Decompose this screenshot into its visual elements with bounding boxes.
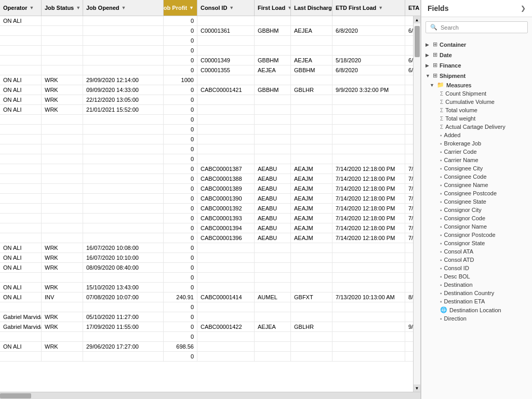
tree-leaf-consignor-name[interactable]: ▪Consignor Name [425,222,532,231]
tree-leaf-desc-bol[interactable]: ▪Desc BOL [425,272,532,281]
table-row[interactable]: ON ALIINV07/08/2020 10:07:00240.91CABC00… [0,292,413,302]
vertical-scrollbar[interactable]: ▲ ▼ [413,16,420,392]
table-row[interactable]: 0 [0,135,413,144]
table-row[interactable]: 0 [0,46,413,56]
tree-leaf-consignor-postcode[interactable]: ▪Consignor Postcode [425,231,532,239]
table-row[interactable]: ON ALIWRK29/06/2020 17:27:00698.56 [0,342,413,352]
table-row[interactable]: ON ALIWRK08/09/2020 08:40:000 [0,263,413,273]
sigma-icon: Σ [440,91,443,97]
tree-group-header-shipment[interactable]: ▼⊞Shipment [421,71,532,81]
tree-leaf-consignee-code[interactable]: ▪Consignee Code [425,172,532,181]
tree-subgroup-header[interactable]: ▼📁Measures [425,81,532,89]
tree-leaf-added[interactable]: ▪Added [425,131,532,139]
table-row[interactable]: Gabriel MarvidaWRK17/09/2020 11:55:000CA… [0,322,413,332]
tree-leaf-consignee-name[interactable]: ▪Consignee Name [425,181,532,189]
tree-leaf-consignor-code[interactable]: ▪Consignor Code [425,214,532,222]
horizontal-scrollbar[interactable] [0,392,420,400]
tree-leaf-consol-ata[interactable]: ▪Consol ATA [425,247,532,256]
col-header-job_opened[interactable]: Job Opened ▼ [83,0,164,16]
tree-leaf-count-shipment[interactable]: ΣCount Shipment [425,89,532,98]
table-row[interactable]: Gabriel MarvidaWRK05/10/2020 11:27:000 [0,312,413,322]
col-header-etd_first_load[interactable]: ETD First Load ▼ [332,0,405,16]
sigma-icon: Σ [440,124,443,130]
h-scroll-thumb[interactable] [0,393,31,398]
tree-leaf-direction[interactable]: ▪Direction [425,314,532,323]
tree-leaf-consignor-city[interactable]: ▪Consignor City [425,206,532,214]
filter-icon-operator[interactable]: ▼ [29,5,34,10]
tree-leaf-consol-id[interactable]: ▪Consol ID [425,264,532,272]
table-row[interactable]: 0 [0,154,413,164]
tree-leaf-consol-atd[interactable]: ▪Consol ATD [425,256,532,264]
table-row[interactable]: 0 [0,302,413,312]
cell-operator [0,135,42,144]
table-row[interactable]: ON ALIWRK21/01/2021 15:52:000 [0,105,413,115]
tree-leaf-total-volume[interactable]: ΣTotal volume [425,106,532,114]
tree-leaf-cumulative-volume[interactable]: ΣCumulative Volume [425,98,532,106]
table-row[interactable]: 0 [0,115,413,125]
tree-group-header-finance[interactable]: ▶⊞Finance [421,60,532,70]
tree-leaf-carrier-code[interactable]: ▪Carrier Code [425,148,532,156]
table-row[interactable]: 0 [0,36,413,46]
search-input[interactable] [441,24,523,31]
tree-group-header-container[interactable]: ▶⊞Container [421,39,532,49]
tree-leaf-consignee-postcode[interactable]: ▪Consignee Postcode [425,189,532,197]
table-row[interactable]: 0 [0,125,413,135]
table-row[interactable]: 0 [0,273,413,283]
scroll-up-button[interactable]: ▲ [414,16,421,23]
table-row[interactable]: 0CABC00001394AEABUAEAJM7/14/2020 12:18:0… [0,223,413,233]
col-header-consol_id[interactable]: Consol ID ▼ [197,0,255,16]
col-header-job_profit[interactable]: Job Profit ▼ [164,0,197,16]
filter-icon-job_status[interactable]: ▼ [76,5,81,10]
table-body[interactable]: ON ALI00C00001361GBBHMAEJEA6/8/20206/15/… [0,16,413,392]
table-row[interactable]: 0C00001361GBBHMAEJEA6/8/20206/15/2020 [0,26,413,36]
table-row[interactable]: 0 [0,332,413,342]
table-row[interactable]: 0CABC00001387AEABUAEAJM7/14/2020 12:18:0… [0,164,413,174]
tree-leaf-actual-cartage-delivery[interactable]: ΣActual Cartage Delivery [425,123,532,131]
filter-icon-etd_first_load[interactable]: ▼ [378,5,383,10]
tree-leaf-destination-eta[interactable]: ▪Destination ETA [425,297,532,305]
table-row[interactable]: 0CABC00001396AEABUAEAJM7/14/2020 12:18:0… [0,233,413,243]
table-row[interactable]: 0C00001355AEJEAGBBHM6/8/20206/9/2020 [0,65,413,75]
tree-leaf-destination[interactable]: ▪Destination [425,281,532,289]
table-row[interactable]: 0C00001349GBBHMAEJEA5/18/20206/2/2020 [0,56,413,65]
tree-leaf-consignor-state[interactable]: ▪Consignor State [425,239,532,247]
col-header-last_discharge[interactable]: Last Discharge ▼ [291,0,332,16]
scroll-down-button[interactable]: ▼ [414,384,421,392]
cell-etd_first_load [332,125,405,134]
table-row[interactable]: ON ALIWRK16/07/2020 10:10:000 [0,253,413,263]
col-header-job_status[interactable]: Job Status ▼ [42,0,83,16]
tree-leaf-carrier-name[interactable]: ▪Carrier Name [425,156,532,164]
tree-leaf-destination-location[interactable]: 🌐Destination Location [425,305,532,314]
table-row[interactable]: 0CABC00001392AEABUAEAJM7/14/2020 12:18:0… [0,204,413,214]
col-header-first_load[interactable]: First Load ▼ [255,0,291,16]
table-row[interactable]: ON ALI0 [0,16,413,26]
filter-icon-job_profit[interactable]: ▼ [189,5,194,10]
tree-leaf-consignee-state[interactable]: ▪Consignee State [425,197,532,206]
table-row[interactable]: ON ALIWRK22/12/2020 13:05:000 [0,95,413,105]
filter-icon-consol_id[interactable]: ▼ [229,5,234,10]
col-header-eta_last_discharge[interactable]: ETA Last Discharge ▼ [405,0,420,16]
table-row[interactable]: 0 [0,352,413,362]
table-row[interactable]: ON ALIWRK15/10/2020 13:43:000 [0,283,413,292]
cell-job_opened: 17/09/2020 11:55:00 [83,322,164,331]
table-row[interactable]: 0CABC00001393AEABUAEAJM7/14/2020 12:18:0… [0,214,413,223]
table-row[interactable]: ON ALIWRK29/09/2020 12:14:001000 [0,75,413,85]
scroll-track[interactable] [414,23,421,384]
filter-icon-job_opened[interactable]: ▼ [122,5,126,10]
table-row[interactable]: 0CABC00001389AEABUAEAJM7/14/2020 12:18:0… [0,184,413,194]
table-row[interactable]: ON ALIWRK16/07/2020 10:08:000 [0,243,413,253]
scroll-thumb[interactable] [415,26,420,57]
col-header-operator[interactable]: Operator ▼ [0,0,42,16]
table-row[interactable]: 0CABC00001388AEABUAEAJM7/14/2020 12:18:0… [0,174,413,184]
table-row[interactable]: 0 [0,144,413,154]
table-row[interactable]: ON ALIWRK09/09/2020 14:33:000CABC0000142… [0,85,413,95]
expand-icon[interactable]: ❯ [521,5,526,12]
tree-leaf-total-weight[interactable]: ΣTotal weight [425,114,532,123]
cell-etd_first_load [332,273,405,282]
filter-icon-first_load[interactable]: ▼ [287,5,291,10]
tree-leaf-destination-country[interactable]: ▪Destination Country [425,289,532,297]
tree-leaf-consignee-city[interactable]: ▪Consignee City [425,164,532,172]
table-row[interactable]: 0CABC00001390AEABUAEAJM7/14/2020 12:18:0… [0,194,413,204]
tree-group-header-date[interactable]: ▶⊞Date [421,50,532,60]
tree-leaf-brokerage-job[interactable]: ▪Brokerage Job [425,139,532,148]
